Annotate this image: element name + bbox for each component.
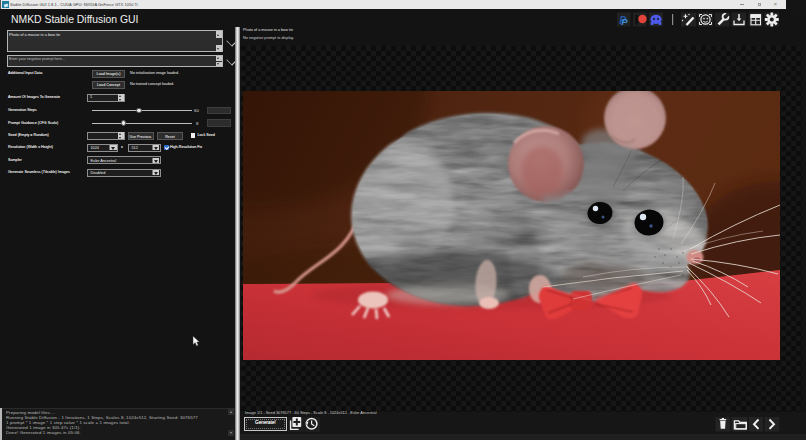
svg-text:P: P bbox=[621, 16, 628, 27]
